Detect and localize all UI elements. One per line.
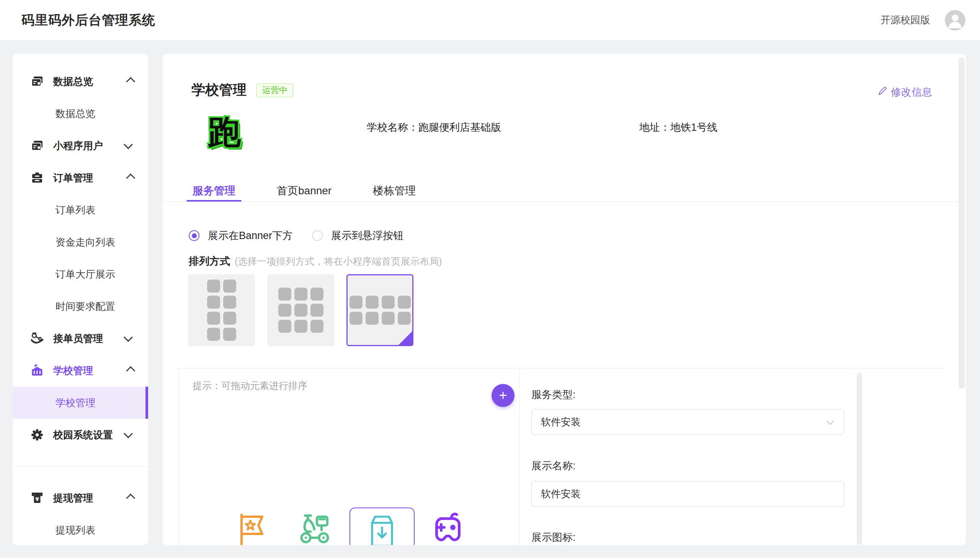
chevron-up-icon	[126, 77, 135, 86]
sidebar-item-label: 接单员管理	[53, 332, 103, 345]
sidebar-item-courier-management[interactable]: 接单员管理	[13, 322, 148, 354]
tab-bar-divider	[163, 202, 966, 202]
overview-icon	[30, 75, 44, 89]
courier-icon	[30, 332, 44, 345]
grid-3x3-icon	[278, 287, 323, 333]
edit-info-label: 修改信息	[891, 85, 932, 99]
app-header: 码里码外后台管理系统 开源校园版	[0, 0, 980, 40]
chevron-down-icon	[124, 332, 133, 341]
card-head: 学校管理 运营中	[191, 81, 293, 99]
layout-option-cards	[188, 274, 413, 346]
school-name-field: 学校名称：跑腿便利店基础版	[367, 121, 501, 134]
app-title: 码里码外后台管理系统	[21, 11, 155, 29]
chevron-down-icon	[124, 140, 133, 149]
chevron-up-icon	[126, 366, 135, 375]
tab-home-banner[interactable]: 首页banner	[271, 180, 338, 202]
edition-label: 开源校园版	[881, 13, 930, 27]
sidebar-subitem-time-requirement-config[interactable]: 时间要求配置	[13, 290, 148, 322]
sidebar-item-mini-program-users[interactable]: 小程序用户	[13, 130, 148, 162]
sidebar-subitem-order-list[interactable]: 订单列表	[13, 194, 148, 226]
radio-unselected-icon	[312, 230, 323, 241]
add-service-button[interactable]: +	[491, 384, 514, 407]
tab-label: 楼栋管理	[373, 184, 416, 198]
user-avatar[interactable]	[945, 10, 965, 31]
flag-icon	[236, 543, 271, 545]
radio-label: 展示到悬浮按钮	[331, 229, 404, 243]
scooter-icon	[296, 542, 333, 545]
withdraw-icon: ¥	[30, 491, 44, 505]
sidebar-item-label: 订单管理	[53, 171, 93, 185]
sidebar-subitem-label: 资金走向列表	[56, 236, 115, 249]
service-sort-panel: 提示：可拖动元素进行排序 +	[178, 368, 519, 545]
sidebar-subitem-label: 订单大厅展示	[56, 268, 115, 281]
grid-2x4-icon	[207, 279, 236, 341]
service-item-box-selected[interactable]	[349, 507, 415, 545]
sidebar-subitem-school-management[interactable]: 学校管理	[13, 387, 148, 419]
school-address-field: 地址：地铁1号线	[639, 121, 717, 134]
gamepad-icon	[430, 543, 465, 545]
chevron-down-icon	[124, 429, 133, 438]
radio-selected-icon	[189, 230, 199, 241]
sidebar-item-label: 小程序用户	[53, 139, 103, 153]
settings-gear-icon	[30, 428, 44, 442]
sidebar-subitem-order-hall-display[interactable]: 订单大厅展示	[13, 258, 148, 290]
mini-program-users-icon	[30, 139, 44, 153]
display-name-label: 展示名称:	[531, 460, 576, 472]
school-address-value: 地铁1号线	[670, 121, 717, 133]
sidebar-item-withdrawal-management[interactable]: ¥ 提现管理	[13, 482, 148, 514]
sidebar-subitem-fund-flow-list[interactable]: 资金走向列表	[13, 226, 148, 258]
school-name-label: 学校名称：	[367, 121, 418, 133]
sidebar-subitem-withdrawal-list[interactable]: 提现列表	[13, 514, 148, 545]
sidebar-item-order-management[interactable]: 订单管理	[13, 162, 148, 194]
service-type-select[interactable]: 软件安装	[531, 409, 844, 435]
plus-icon: +	[499, 389, 507, 402]
service-item-gamepad[interactable]	[430, 510, 464, 545]
tab-building-management[interactable]: 楼栋管理	[367, 180, 422, 202]
service-type-value: 软件安装	[541, 415, 581, 429]
arrangement-label: 排列方式	[189, 254, 230, 268]
sidebar-subitem-label: 提现列表	[56, 524, 96, 537]
tab-bar: 服务管理 首页banner 楼栋管理	[186, 180, 422, 202]
sidebar: 数据总览 数据总览 小程序用户 订单管理 订单列表 资金走向列表 订单大厅展示 …	[13, 54, 148, 545]
edit-info-link[interactable]: 修改信息	[877, 85, 932, 99]
sidebar-item-label: 校园系统设置	[53, 428, 113, 442]
service-item-scooter[interactable]	[296, 512, 330, 545]
header-right: 开源校园版	[881, 10, 965, 31]
orders-icon	[30, 171, 44, 185]
sidebar-subitem-label: 订单列表	[56, 204, 96, 217]
sidebar-item-label: 数据总览	[53, 75, 93, 89]
select-chevron-down-icon	[826, 416, 835, 428]
service-type-label: 服务类型:	[531, 388, 576, 401]
status-badge: 运营中	[257, 84, 293, 97]
person-icon	[945, 25, 965, 31]
sidebar-subitem-label: 数据总览	[56, 107, 96, 120]
radio-option-floating-button[interactable]: 展示到悬浮按钮	[312, 229, 404, 243]
service-item-flag[interactable]	[236, 512, 271, 545]
sidebar-subitem-label: 学校管理	[56, 396, 96, 410]
school-icon	[30, 364, 44, 377]
sidebar-item-school-management[interactable]: 学校管理	[13, 354, 148, 387]
sidebar-item-data-overview[interactable]: 数据总览	[13, 66, 148, 97]
tab-label: 服务管理	[193, 184, 236, 198]
tab-service-management[interactable]: 服务管理	[186, 180, 242, 202]
main-card-scrollbar[interactable]	[959, 57, 965, 389]
radio-option-below-banner[interactable]: 展示在Banner下方	[189, 229, 293, 243]
school-management-card: 学校管理 运营中 修改信息 跑 学校名称：跑腿便利店基础版 地址：地铁1号线 服…	[163, 54, 966, 545]
display-name-input[interactable]	[531, 481, 844, 507]
school-logo: 跑	[203, 113, 245, 150]
layout-card-3x3[interactable]	[267, 274, 334, 346]
sidebar-subitem-data-overview[interactable]: 数据总览	[13, 97, 148, 130]
layout-card-4x2[interactable]	[346, 274, 413, 346]
form-panel-scrollbar[interactable]	[857, 373, 862, 545]
layout-card-2x4[interactable]	[188, 274, 255, 346]
box-download-icon	[366, 512, 399, 545]
school-address-label: 地址：	[639, 121, 670, 133]
edit-pencil-icon	[877, 86, 888, 99]
svg-text:¥: ¥	[35, 496, 39, 502]
sidebar-subitem-label: 时间要求配置	[56, 300, 115, 313]
radio-label: 展示在Banner下方	[208, 229, 293, 243]
sidebar-item-campus-system-settings[interactable]: 校园系统设置	[13, 419, 148, 451]
chevron-up-icon	[126, 173, 135, 182]
sidebar-divider	[13, 466, 148, 466]
arrangement-hint: (选择一项排列方式，将在小程序端首页展示布局)	[235, 255, 442, 268]
